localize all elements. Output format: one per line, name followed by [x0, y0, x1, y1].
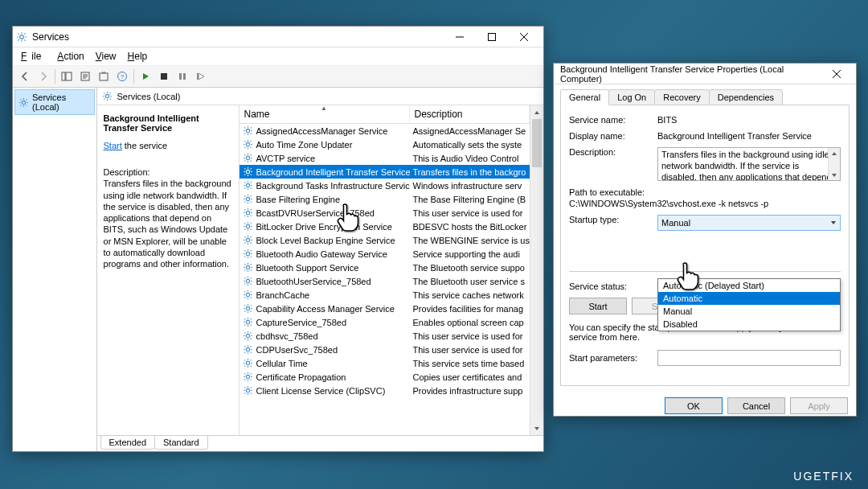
restart-service-button[interactable]: [192, 68, 210, 85]
window-title: Services: [32, 31, 444, 43]
forward-button[interactable]: [35, 68, 52, 85]
description-scrollbar[interactable]: [828, 148, 840, 180]
service-row[interactable]: Block Level Backup Engine ServiceThe WBE…: [240, 233, 530, 247]
service-row[interactable]: BranchCacheThis service caches network: [240, 288, 530, 302]
gear-icon: [243, 385, 253, 396]
service-row[interactable]: Bluetooth Audio Gateway ServiceService s…: [240, 247, 530, 261]
service-description: Provides infrastructure supp: [410, 386, 530, 396]
description-label: Description:: [104, 166, 232, 178]
start-suffix: the service: [122, 141, 167, 150]
service-row[interactable]: Certificate PropagationCopies user certi…: [240, 370, 530, 384]
back-button[interactable]: [16, 68, 34, 85]
maximize-button[interactable]: [476, 27, 508, 47]
service-name: BitLocker Drive Encryption Service: [256, 222, 392, 232]
dropdown-option[interactable]: Automatic (Delayed Start): [658, 279, 840, 292]
service-description: The Bluetooth user service s: [410, 277, 530, 286]
gear-icon: [243, 180, 253, 191]
start-parameters-input[interactable]: [657, 350, 841, 366]
service-row[interactable]: BluetoothUserService_758edThe Bluetooth …: [240, 274, 530, 288]
service-row[interactable]: AVCTP serviceThis is Audio Video Control: [240, 151, 530, 165]
service-row[interactable]: AssignedAccessManager ServiceAssignedAcc…: [240, 124, 530, 138]
column-description[interactable]: Description: [410, 105, 530, 123]
tab-standard[interactable]: Standard: [154, 436, 208, 450]
service-row[interactable]: Cellular TimeThis service sets time base…: [240, 356, 530, 370]
show-hide-tree-button[interactable]: [58, 68, 76, 85]
service-row[interactable]: Auto Time Zone UpdaterAutomatically sets…: [240, 138, 530, 151]
tree-item-services-local[interactable]: Services (Local): [14, 89, 95, 115]
service-row[interactable]: cbdhsvc_758edThis user service is used f…: [240, 329, 530, 343]
tab-extended[interactable]: Extended: [100, 436, 155, 450]
service-description: This user service is used for: [410, 331, 530, 341]
service-row[interactable]: CaptureService_758edEnables optional scr…: [240, 315, 530, 329]
minimize-button[interactable]: [444, 27, 476, 47]
scrollbar-thumb[interactable]: [532, 119, 542, 167]
gear-icon: [243, 166, 253, 177]
scroll-down-button[interactable]: [530, 421, 543, 435]
service-description: Transfers files in the backgro: [410, 167, 530, 177]
service-detail-pane: Background Intelligent Transfer Service …: [97, 105, 239, 435]
service-description: Automatically sets the syste: [410, 140, 530, 150]
description-label: Description:: [569, 147, 657, 157]
services-list[interactable]: AssignedAccessManager ServiceAssignedAcc…: [240, 124, 530, 435]
service-description: This is Audio Video Control: [410, 154, 530, 163]
scroll-up-button[interactable]: [530, 105, 543, 119]
menu-help[interactable]: Help: [123, 49, 153, 64]
service-description: Windows infrastructure serv: [410, 181, 530, 191]
close-button[interactable]: [508, 27, 540, 47]
cancel-button[interactable]: Cancel: [727, 397, 785, 414]
start-button[interactable]: Start: [569, 298, 627, 314]
service-name: Block Level Backup Engine Service: [256, 236, 395, 245]
service-row[interactable]: BcastDVRUserService_758edThis user servi…: [240, 206, 530, 220]
divider: [133, 69, 134, 84]
startup-type-select[interactable]: Manual: [657, 215, 841, 231]
dialog-close-button[interactable]: [821, 64, 853, 84]
service-row[interactable]: Base Filtering EngineThe Base Filtering …: [240, 192, 530, 206]
pause-service-button[interactable]: [174, 68, 191, 85]
export-button[interactable]: [95, 68, 113, 85]
dropdown-option[interactable]: Manual: [658, 305, 840, 318]
scroll-up-icon[interactable]: [829, 148, 840, 158]
gear-icon: [243, 139, 253, 150]
startup-type-dropdown[interactable]: Automatic (Delayed Start)AutomaticManual…: [657, 278, 841, 331]
display-name-label: Display name:: [569, 131, 657, 141]
service-row[interactable]: Capability Access Manager ServiceProvide…: [240, 302, 530, 315]
service-name: Client License Service (ClipSVC): [256, 386, 386, 396]
service-row[interactable]: Background Tasks Infrastructure ServiceW…: [240, 179, 530, 192]
stop-service-button[interactable]: [155, 68, 173, 85]
tab-logon[interactable]: Log On: [608, 89, 655, 105]
service-row[interactable]: Client License Service (ClipSVC)Provides…: [240, 384, 530, 397]
start-service-link[interactable]: Start: [104, 141, 122, 150]
service-row[interactable]: Background Intelligent Transfer ServiceT…: [240, 165, 530, 179]
start-parameters-label: Start parameters:: [569, 353, 657, 363]
service-row[interactable]: CDPUserSvc_758edThis user service is use…: [240, 343, 530, 356]
help-button[interactable]: ?: [113, 68, 131, 85]
gear-icon: [243, 262, 253, 273]
dropdown-option[interactable]: Automatic: [658, 292, 840, 305]
services-app-icon: [16, 31, 27, 43]
tab-recovery[interactable]: Recovery: [654, 89, 709, 105]
properties-button[interactable]: [76, 68, 94, 85]
menu-view[interactable]: View: [91, 49, 121, 64]
separator: [569, 271, 841, 272]
tab-dependencies[interactable]: Dependencies: [709, 89, 783, 105]
ok-button[interactable]: OK: [665, 397, 723, 414]
start-service-button[interactable]: [137, 68, 154, 85]
service-row[interactable]: BitLocker Drive Encryption ServiceBDESVC…: [240, 220, 530, 233]
description-textbox[interactable]: Transfers files in the background using …: [657, 147, 841, 181]
service-description: This service caches network: [410, 290, 530, 300]
service-description: AssignedAccessManager Se: [410, 126, 530, 136]
menu-file[interactable]: File: [16, 49, 51, 64]
column-name[interactable]: Name▲: [240, 105, 410, 123]
divider: [55, 69, 55, 84]
titlebar[interactable]: Services: [13, 27, 543, 47]
scroll-down-icon[interactable]: [829, 170, 840, 180]
dropdown-option[interactable]: Disabled: [658, 318, 840, 331]
service-name: CDPUserSvc_758ed: [256, 345, 338, 355]
path-value: C:\WINDOWS\System32\svchost.exe -k netsv…: [569, 199, 768, 208]
vertical-scrollbar[interactable]: [530, 105, 543, 435]
tab-general[interactable]: General: [560, 89, 609, 105]
dialog-titlebar[interactable]: Background Intelligent Transfer Service …: [554, 64, 856, 84]
service-name: Cellular Time: [256, 359, 308, 368]
service-row[interactable]: Bluetooth Support ServiceThe Bluetooth s…: [240, 261, 530, 274]
menu-action[interactable]: Action: [52, 49, 88, 64]
